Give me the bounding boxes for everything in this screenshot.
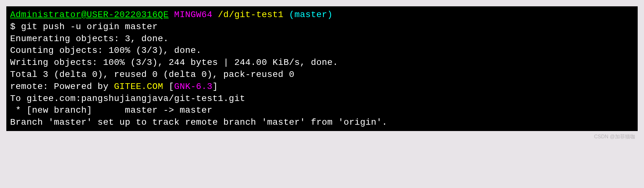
prompt-branch: (master) <box>289 10 332 20</box>
separator <box>169 10 174 20</box>
output-line: To gitee.com:pangshujiangjava/git-test1.… <box>10 94 245 103</box>
bracket-close: ] <box>212 82 218 91</box>
output-remote-version: GNK-6.3 <box>174 82 212 91</box>
output-line: Total 3 (delta 0), reused 0 (delta 0), p… <box>10 70 295 79</box>
command-symbol: $ <box>10 22 21 32</box>
output-remote-prefix: remote: Powered by <box>10 82 114 91</box>
separator <box>212 10 218 20</box>
command-input[interactable]: git push -u origin master <box>21 22 158 32</box>
watermark-text: CSDN @加菲猫咖 <box>6 131 638 140</box>
output-line: * [new branch] master -> master <box>10 105 212 115</box>
output-line: Counting objects: 100% (3/3), done. <box>10 46 202 55</box>
prompt-shell: MINGW64 <box>174 10 212 20</box>
terminal-window[interactable]: Administrator@USER-20220316QE MINGW64 /d… <box>6 6 638 131</box>
output-line: Enumerating objects: 3, done. <box>10 34 169 44</box>
output-remote-site: GITEE.COM <box>114 82 163 91</box>
output-line: Branch 'master' set up to track remote b… <box>10 117 387 127</box>
prompt-path: /d/git-test1 <box>218 10 284 20</box>
output-line: Writing objects: 100% (3/3), 244 bytes |… <box>10 58 338 67</box>
bracket-open: [ <box>163 82 174 91</box>
prompt-user-host: Administrator@USER-20220316QE <box>10 10 169 20</box>
separator <box>283 10 289 20</box>
